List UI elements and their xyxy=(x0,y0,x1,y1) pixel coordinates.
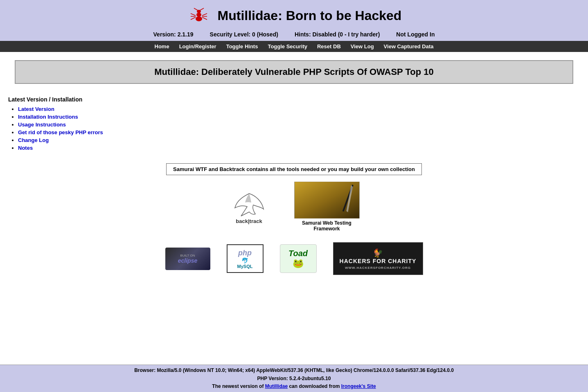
list-item: Installation Instructions xyxy=(18,114,580,120)
samurai-image xyxy=(294,182,360,219)
list-item: Change Log xyxy=(18,137,580,143)
page-title-box: Mutillidae: Deliberately Vulnerable PHP … xyxy=(15,60,573,84)
change-log-link[interactable]: Change Log xyxy=(18,137,49,143)
nav-toggle-security[interactable]: Toggle Security xyxy=(268,43,307,50)
hfc-icon: 🐓 xyxy=(373,248,383,258)
list-item: Usage Instructions xyxy=(18,122,580,128)
php-mysql-logo: php 🐬 MySQL xyxy=(227,244,264,273)
svg-point-0 xyxy=(196,16,202,21)
samurai-logo: Samurai Web Testing Framework xyxy=(290,182,364,232)
backtrack-label: back|track xyxy=(236,218,262,224)
main-content: Latest Version / Installation Latest Ver… xyxy=(0,92,588,312)
installation-instructions-link[interactable]: Installation Instructions xyxy=(18,114,78,120)
hackers-for-charity-text: HACKERS FOR CHARITY xyxy=(340,258,417,264)
tools-row-2: BUILT ON eclipse php 🐬 MySQL Toad 🐸 🐓 xyxy=(165,242,423,275)
eclipse-logo: BUILT ON eclipse xyxy=(165,248,210,270)
svg-line-8 xyxy=(202,14,207,16)
dolphin-icon: 🐬 xyxy=(241,257,248,264)
list-item: Latest Version xyxy=(18,106,580,112)
page-title: Mutillidae: Deliberately Vulnerable PHP … xyxy=(20,67,568,77)
list-item: Get rid of those pesky PHP errors xyxy=(18,129,580,135)
tools-section: Samurai WTF and Backtrack contains all t… xyxy=(8,163,580,275)
php-errors-link[interactable]: Get rid of those pesky PHP errors xyxy=(18,129,103,135)
toad-text: Toad xyxy=(288,249,308,258)
nav-view-captured-data[interactable]: View Captured Data xyxy=(384,43,434,50)
version-info: Version: 2.1.19 xyxy=(153,31,194,38)
backtrack-svg-icon xyxy=(231,189,268,218)
tools-logos: back|track xyxy=(8,182,580,275)
php-text: php xyxy=(238,249,252,257)
latest-version-link[interactable]: Latest Version xyxy=(18,106,54,112)
svg-line-10 xyxy=(202,17,207,20)
tools-row-1: back|track xyxy=(225,182,364,232)
hackers-charity-logo: 🐓 HACKERS FOR CHARITY www.hackersforchar… xyxy=(333,242,423,275)
latest-version-section: Latest Version / Installation Latest Ver… xyxy=(8,96,580,151)
hints-info: Hints: Disabled (0 - I try harder) xyxy=(295,31,380,38)
nav-login-register[interactable]: Login/Register xyxy=(179,43,216,50)
svg-line-3 xyxy=(194,8,198,10)
samurai-label: Samurai Web Testing Framework xyxy=(290,220,364,232)
toad-emoji-icon: 🐸 xyxy=(293,258,304,269)
tools-banner: Samurai WTF and Backtrack contains all t… xyxy=(166,163,422,175)
notes-link[interactable]: Notes xyxy=(18,145,33,151)
mysql-text: MySQL xyxy=(237,264,253,269)
nav-home[interactable]: Home xyxy=(155,43,169,50)
security-info: Security Level: 0 (Hosed) xyxy=(210,31,278,38)
built-on-label: BUILT ON xyxy=(180,254,195,257)
nav-reset-db[interactable]: Reset DB xyxy=(317,43,341,50)
eclipse-text: eclipse xyxy=(178,257,197,264)
svg-line-7 xyxy=(191,17,196,20)
section-links-list: Latest Version Installation Instructions… xyxy=(18,106,580,151)
toad-logo: Toad 🐸 xyxy=(280,244,317,273)
site-title: Mutillidae: Born to be Hacked xyxy=(218,8,402,23)
header-banner: Mutillidae: Born to be Hacked xyxy=(0,0,588,29)
svg-line-4 xyxy=(200,8,204,10)
nav-toggle-hints[interactable]: Toggle Hints xyxy=(226,43,258,50)
login-info: Not Logged In xyxy=(396,31,435,38)
backtrack-logo: back|track xyxy=(225,189,274,224)
list-item: Notes xyxy=(18,145,580,151)
nav-bar: Home Login/Register Toggle Hints Toggle … xyxy=(0,41,588,52)
usage-instructions-link[interactable]: Usage Instructions xyxy=(18,122,66,128)
nav-view-log[interactable]: View Log xyxy=(351,43,374,50)
info-bar: Version: 2.1.19 Security Level: 0 (Hosed… xyxy=(0,29,588,41)
svg-line-5 xyxy=(191,14,196,16)
ant-icon xyxy=(187,7,211,24)
svg-point-1 xyxy=(196,13,201,17)
hfc-url: www.hackersforcharity.org xyxy=(345,266,411,270)
section-heading: Latest Version / Installation xyxy=(8,96,580,103)
